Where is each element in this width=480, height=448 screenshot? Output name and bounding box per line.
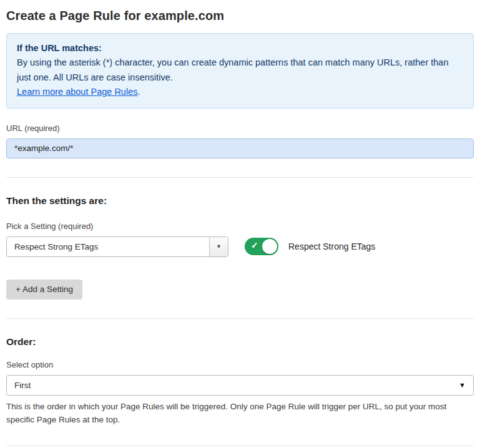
info-box-link-line: Learn more about Page Rules. (17, 85, 463, 99)
chevron-down-icon[interactable]: ▼ (209, 237, 228, 256)
settings-section-heading: Then the settings are: (6, 195, 474, 207)
url-match-info-box: If the URL matches: By using the asteris… (6, 33, 474, 109)
divider (6, 318, 474, 319)
learn-more-link[interactable]: Learn more about Page Rules (17, 87, 137, 97)
url-input[interactable] (6, 139, 474, 158)
create-page-rule-form: Create a Page Rule for example.com If th… (0, 0, 480, 448)
link-period: . (137, 87, 140, 97)
setting-select-value: Respect Strong ETags (7, 242, 98, 251)
order-label: Select option (6, 360, 474, 369)
url-label: URL (required) (6, 124, 474, 133)
info-box-body: By using the asterisk (*) character, you… (17, 56, 463, 85)
info-box-heading: If the URL matches: (17, 41, 463, 56)
order-select-value: First (7, 381, 31, 390)
divider (6, 177, 474, 178)
order-section-heading: Order: (6, 336, 474, 348)
page-title: Create a Page Rule for example.com (6, 6, 474, 33)
order-help-text: This is the order in which your Page Rul… (6, 401, 471, 427)
setting-select[interactable]: Respect Strong ETags ▼ (6, 236, 228, 257)
pick-setting-label: Pick a Setting (required) (6, 222, 474, 231)
check-icon: ✓ (251, 240, 258, 250)
setting-toggle[interactable]: ✓ (245, 238, 278, 255)
toggle-label: Respect Strong ETags (288, 241, 375, 251)
toggle-knob (262, 239, 277, 254)
chevron-down-icon: ▼ (459, 381, 473, 389)
order-select[interactable]: First ▼ (6, 375, 474, 396)
divider (6, 446, 474, 446)
setting-row: Respect Strong ETags ▼ ✓ Respect Strong … (6, 236, 474, 257)
add-setting-button[interactable]: + Add a Setting (6, 280, 82, 299)
